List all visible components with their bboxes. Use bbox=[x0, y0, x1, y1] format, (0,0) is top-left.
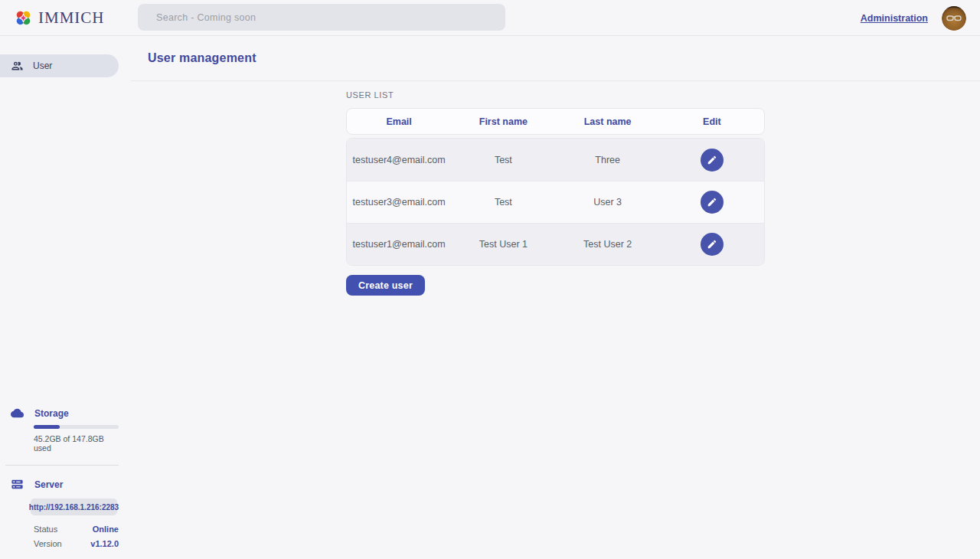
sidebar: User Storage 45.2GB of 147.8GB used bbox=[0, 36, 119, 559]
pencil-icon bbox=[707, 155, 717, 165]
sidebar-divider bbox=[5, 465, 119, 466]
users-icon bbox=[11, 60, 24, 73]
edit-user-button[interactable] bbox=[701, 233, 724, 256]
topbar: IMMICH Administration bbox=[0, 0, 980, 36]
user-first-name: Test bbox=[451, 155, 555, 165]
search-input[interactable] bbox=[138, 4, 505, 31]
user-last-name: User 3 bbox=[556, 197, 660, 208]
cloud-icon bbox=[11, 407, 24, 420]
user-list-label: USER LIST bbox=[346, 90, 765, 100]
table-row: testuser1@email.com Test User 1 Test Use… bbox=[347, 223, 764, 265]
storage-title: Storage bbox=[34, 408, 69, 419]
topbar-right: Administration bbox=[861, 0, 966, 36]
page-header: User management bbox=[131, 36, 980, 81]
storage-progress-fill bbox=[34, 425, 60, 429]
user-last-name: Test User 2 bbox=[556, 239, 660, 250]
server-version-value: v1.12.0 bbox=[90, 539, 119, 548]
main-content: User management USER LIST Email First na… bbox=[119, 36, 980, 559]
user-email: testuser4@email.com bbox=[347, 155, 451, 165]
table-row: testuser3@email.com Test User 3 bbox=[347, 181, 764, 223]
server-url-chip: http://192.168.1.216:2283 bbox=[31, 499, 117, 515]
server-icon bbox=[11, 478, 24, 491]
edit-user-button[interactable] bbox=[701, 149, 724, 172]
column-header-edit: Edit bbox=[660, 116, 764, 127]
column-header-first-name: First name bbox=[451, 116, 555, 127]
user-email: testuser3@email.com bbox=[347, 197, 451, 208]
column-header-email: Email bbox=[347, 116, 451, 127]
server-status-label: Status bbox=[34, 525, 57, 534]
pencil-icon bbox=[707, 239, 717, 250]
server-section: Server http://192.168.1.216:2283 Status … bbox=[0, 478, 119, 548]
server-title: Server bbox=[34, 479, 63, 490]
immich-app: IMMICH Administration bbox=[0, 0, 980, 559]
page-title: User management bbox=[148, 51, 256, 65]
administration-link[interactable]: Administration bbox=[861, 13, 928, 24]
avatar[interactable] bbox=[942, 6, 966, 31]
user-email: testuser1@email.com bbox=[347, 239, 451, 250]
server-status-value: Online bbox=[93, 525, 119, 534]
column-header-last-name: Last name bbox=[556, 116, 660, 127]
server-version-label: Version bbox=[34, 539, 62, 548]
brand[interactable]: IMMICH bbox=[14, 8, 105, 28]
sidebar-footer: Storage 45.2GB of 147.8GB used bbox=[0, 407, 119, 559]
storage-usage-text: 45.2GB of 147.8GB used bbox=[34, 434, 119, 453]
user-table: testuser4@email.com Test Three bbox=[346, 138, 765, 266]
brand-name: IMMICH bbox=[38, 8, 105, 28]
sidebar-item-label: User bbox=[33, 60, 52, 71]
user-first-name: Test bbox=[451, 197, 555, 208]
sidebar-item-user[interactable]: User bbox=[0, 54, 119, 77]
table-row: testuser4@email.com Test Three bbox=[347, 139, 764, 181]
immich-logo-icon bbox=[14, 8, 33, 28]
storage-section: Storage 45.2GB of 147.8GB used bbox=[0, 407, 119, 453]
user-last-name: Three bbox=[556, 155, 660, 165]
storage-progress-bar bbox=[34, 425, 119, 429]
user-table-header: Email First name Last name Edit bbox=[346, 108, 765, 135]
create-user-button[interactable]: Create user bbox=[346, 275, 425, 296]
pencil-icon bbox=[707, 197, 717, 208]
edit-user-button[interactable] bbox=[701, 191, 724, 214]
user-first-name: Test User 1 bbox=[451, 239, 555, 250]
